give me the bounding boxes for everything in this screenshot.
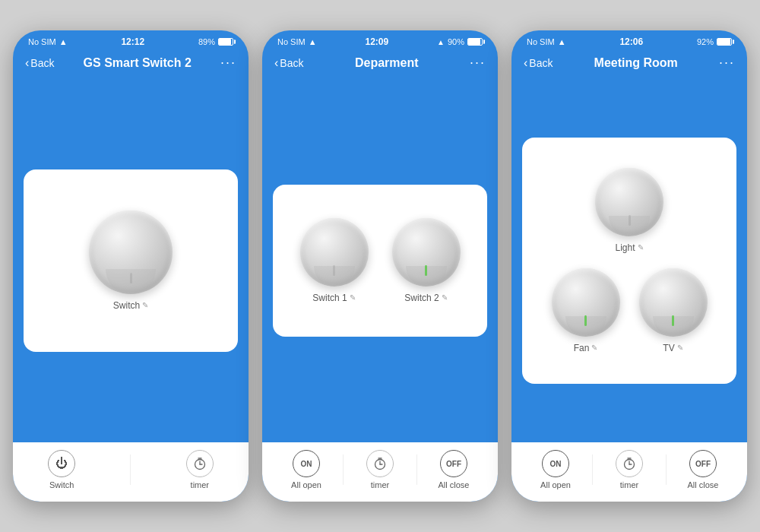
battery-pct-label: 89% <box>198 37 215 46</box>
knob-indicator <box>629 215 631 226</box>
battery-pct-label: 90% <box>448 37 464 46</box>
switch-knob[interactable] <box>595 168 663 236</box>
device-card: Switch 1 ✎ Switch 2 ✎ <box>273 185 487 337</box>
timer-icon <box>366 450 394 477</box>
switch-label: Fan ✎ <box>574 343 598 353</box>
location-icon: ▲ <box>437 38 445 46</box>
more-button[interactable]: ··· <box>719 55 735 71</box>
wifi-icon: ▲ <box>59 37 68 46</box>
back-chevron-icon: ‹ <box>524 56 527 70</box>
battery-pct-label: 92% <box>697 37 714 46</box>
edit-icon[interactable]: ✎ <box>638 243 644 252</box>
toolbar-label-on: All open <box>291 480 321 489</box>
content-area: Switch 1 ✎ Switch 2 ✎ <box>262 78 498 442</box>
toolbar: ON All open timer OFF All close <box>511 442 747 502</box>
back-chevron-icon: ‹ <box>274 56 278 70</box>
power-icon: ⏻ <box>48 450 75 477</box>
toolbar-btn-timer[interactable]: timer <box>344 450 416 489</box>
wifi-icon: ▲ <box>558 37 566 46</box>
toolbar-btn-power[interactable]: ⏻ Switch <box>48 450 75 489</box>
switch-name: TV <box>663 343 674 353</box>
toolbar: ON All open timer OFF All close <box>262 442 498 502</box>
toolbar-label-off: All close <box>688 480 719 489</box>
switch-item: Switch 2 ✎ <box>392 218 461 303</box>
switch-knob[interactable] <box>89 211 173 294</box>
phones-container: No SIM ▲ 12:12 89% ‹ Back GS Smart Switc… <box>13 30 747 502</box>
all-off-icon: OFF <box>440 450 467 477</box>
back-button[interactable]: ‹ Back <box>274 56 303 70</box>
carrier-label: No SIM <box>527 37 555 46</box>
timer-icon <box>186 450 214 477</box>
toolbar-label-on: All open <box>540 480 571 489</box>
toolbar-label-timer: timer <box>191 480 209 489</box>
status-bar: No SIM ▲ 12:12 89% <box>13 30 249 50</box>
knob-indicator <box>425 265 427 276</box>
timer-icon <box>616 450 643 477</box>
status-right: 89% <box>198 37 233 46</box>
switch-item: Switch 1 ✎ <box>300 218 369 303</box>
edit-icon[interactable]: ✎ <box>142 301 148 309</box>
back-button[interactable]: ‹ Back <box>524 56 553 70</box>
all-on-icon: ON <box>293 450 320 477</box>
back-label: Back <box>280 57 303 69</box>
edit-icon[interactable]: ✎ <box>442 293 448 302</box>
two-switches-container: Switch 1 ✎ Switch 2 ✎ <box>288 203 472 318</box>
back-label: Back <box>529 57 553 69</box>
time-label: 12:12 <box>121 36 144 47</box>
toolbar-separator <box>130 454 131 485</box>
toolbar-label-timer: timer <box>620 480 638 489</box>
status-bar: No SIM ▲ 12:06 92% <box>511 30 747 50</box>
carrier-label: No SIM <box>277 37 306 46</box>
status-left: No SIM ▲ <box>527 37 566 46</box>
toolbar: ⏻ Switch timer <box>13 442 249 502</box>
toolbar-btn-off[interactable]: OFF All close <box>417 450 490 489</box>
toolbar-btn-timer[interactable]: timer <box>186 450 214 489</box>
edit-icon[interactable]: ✎ <box>591 344 597 352</box>
switch-knob[interactable] <box>639 268 708 337</box>
switch-knob[interactable] <box>392 218 461 287</box>
switch-label: Switch 1 ✎ <box>312 293 355 303</box>
knob-indicator <box>333 265 335 276</box>
switch-knob[interactable] <box>552 268 620 337</box>
toolbar-label-power: Switch <box>49 480 74 489</box>
back-button[interactable]: ‹ Back <box>25 56 54 70</box>
phone-phone3: No SIM ▲ 12:06 92% ‹ Back Meeting Room ·… <box>511 30 747 502</box>
knob-indicator <box>672 315 674 326</box>
carrier-label: No SIM <box>28 37 56 46</box>
all-on-icon: ON <box>542 450 569 477</box>
switch-label: Light ✎ <box>615 242 643 253</box>
switch-label: Switch ✎ <box>113 300 148 311</box>
switch-label: TV ✎ <box>663 343 682 353</box>
content-area: Light ✎ Fan ✎ TV ✎ <box>511 78 747 442</box>
more-button[interactable]: ··· <box>470 55 486 71</box>
toolbar-btn-timer[interactable]: timer <box>593 450 666 489</box>
device-card: Light ✎ Fan ✎ TV ✎ <box>522 138 736 384</box>
header: ‹ Back Meeting Room ··· <box>511 50 747 78</box>
header: ‹ Back GS Smart Switch 2 ··· <box>13 50 249 78</box>
switch-item: Fan ✎ <box>549 268 622 353</box>
switch-knob[interactable] <box>300 218 369 287</box>
switch-item: TV ✎ <box>637 268 709 353</box>
three-switches-container: Light ✎ Fan ✎ TV ✎ <box>537 156 721 366</box>
toolbar-btn-off[interactable]: OFF All close <box>667 450 739 489</box>
knob-indicator <box>130 273 132 283</box>
time-label: 12:09 <box>365 36 388 47</box>
switch-item: Switch ✎ <box>89 211 173 311</box>
header-title: GS Smart Switch 2 <box>84 56 192 70</box>
header-title: Deparment <box>355 56 419 70</box>
toolbar-label-timer: timer <box>371 480 389 489</box>
toolbar-btn-on[interactable]: ON All open <box>270 450 343 489</box>
time-label: 12:06 <box>619 36 643 47</box>
edit-icon[interactable]: ✎ <box>350 293 356 302</box>
status-right: 92% <box>697 37 732 46</box>
status-right: ▲ 90% <box>437 37 483 46</box>
toolbar-label-off: All close <box>439 480 470 489</box>
single-switch-container: Switch ✎ <box>74 188 188 334</box>
toolbar-btn-on[interactable]: ON All open <box>519 450 592 489</box>
back-chevron-icon: ‹ <box>25 56 29 70</box>
knob-indicator <box>584 315 587 326</box>
more-button[interactable]: ··· <box>220 55 236 71</box>
switch-name: Light <box>615 242 635 253</box>
edit-icon[interactable]: ✎ <box>677 344 683 352</box>
switch-name: Fan <box>574 343 590 353</box>
